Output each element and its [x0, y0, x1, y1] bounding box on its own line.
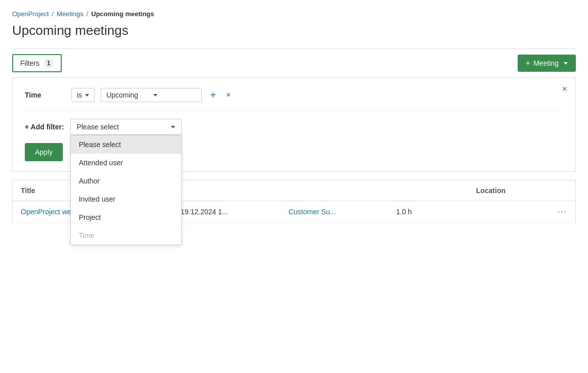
new-meeting-label: Meeting: [533, 59, 559, 67]
row-actions-button[interactable]: ···: [558, 207, 567, 216]
filter-panel-close-button[interactable]: ×: [562, 84, 567, 95]
toolbar: Filters 1 + Meeting: [12, 49, 576, 78]
breadcrumb-meetings[interactable]: Meetings: [57, 10, 83, 18]
dropdown-item-author[interactable]: Author: [71, 172, 181, 190]
new-meeting-chevron-icon: [564, 62, 568, 65]
time-filter-row: Time is Upcoming + ×: [25, 88, 563, 111]
col-header-project: [280, 180, 388, 201]
col-header-location: Location: [468, 180, 550, 201]
add-filter-select-chevron-icon: [171, 126, 175, 128]
filters-button[interactable]: Filters 1: [12, 54, 62, 72]
meeting-project-link[interactable]: Customer Su...: [288, 208, 335, 216]
time-filter-operator-value: is: [77, 91, 82, 99]
dropdown-item-attended-user[interactable]: Attended user: [71, 154, 181, 172]
breadcrumb-sep-1: /: [52, 10, 54, 18]
add-filter-select[interactable]: Please select: [70, 119, 182, 135]
cell-project: Customer Su...: [280, 201, 388, 223]
filters-label: Filters: [20, 59, 39, 67]
col-header-date: [173, 180, 280, 201]
filter-panel: × Time is Upcoming + × + Add filter: Ple…: [12, 78, 576, 172]
cell-duration: 1.0 h: [388, 201, 468, 223]
add-filter-select-value: Please select: [77, 123, 119, 131]
time-filter-value-text: Upcoming: [106, 91, 138, 99]
col-header-duration: [388, 180, 468, 201]
add-filter-container: Please select Please select Attended use…: [70, 119, 182, 135]
time-filter-value-select[interactable]: Upcoming: [101, 88, 202, 102]
breadcrumb-current: Upcoming meetings: [91, 10, 154, 18]
filter-dropdown-menu: Please select Attended user Author Invit…: [70, 135, 182, 245]
cell-actions: ···: [550, 201, 576, 223]
new-meeting-plus-icon: +: [526, 59, 530, 68]
page-title: Upcoming meetings: [12, 23, 576, 38]
time-filter-operator-select[interactable]: is: [71, 88, 95, 102]
dropdown-item-project[interactable]: Project: [71, 208, 181, 226]
filter-add-value-button[interactable]: +: [208, 89, 218, 101]
add-filter-row: + Add filter: Please select Please selec…: [25, 119, 563, 135]
new-meeting-button[interactable]: + Meeting: [518, 55, 576, 72]
add-filter-label: + Add filter:: [25, 123, 64, 131]
cell-date: 19.12.2024 1...: [173, 201, 280, 223]
time-filter-operator-chevron-icon: [85, 94, 89, 97]
cell-location: [468, 201, 550, 223]
filter-remove-button[interactable]: ×: [224, 90, 233, 100]
time-filter-value-chevron-icon: [153, 94, 157, 97]
page-wrapper: OpenProject / Meetings / Upcoming meetin…: [0, 0, 588, 233]
breadcrumb: OpenProject / Meetings / Upcoming meetin…: [12, 10, 576, 18]
col-header-actions: [550, 180, 576, 201]
time-filter-label: Time: [25, 91, 65, 99]
apply-button[interactable]: Apply: [25, 143, 63, 161]
dropdown-item-please-select[interactable]: Please select: [71, 135, 181, 154]
dropdown-item-time: Time: [71, 226, 181, 245]
breadcrumb-sep-2: /: [87, 10, 89, 18]
dropdown-item-invited-user[interactable]: Invited user: [71, 190, 181, 208]
filters-count-badge: 1: [44, 58, 54, 68]
breadcrumb-openproject[interactable]: OpenProject: [12, 10, 49, 18]
